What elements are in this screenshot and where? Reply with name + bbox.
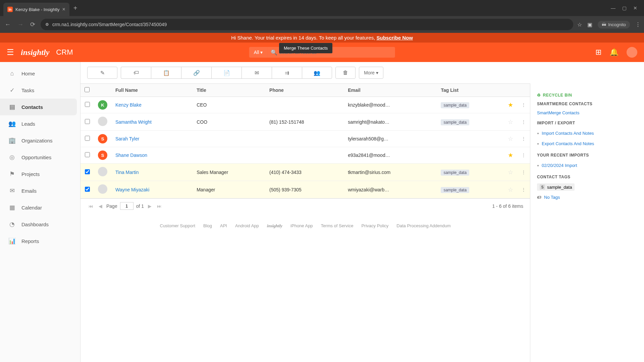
tag-filter[interactable]: S sample_data — [537, 183, 575, 191]
recent-import-link[interactable]: 02/20/2024 Import — [542, 162, 577, 169]
export-link[interactable]: Export Contacts And Notes — [542, 140, 594, 147]
star-icon[interactable]: ★ — [508, 152, 513, 159]
table-row[interactable]: Samantha Wright COO (81) 152-151748 samr… — [80, 113, 530, 131]
row-checkbox[interactable] — [85, 152, 90, 157]
footer-link[interactable]: Customer Support — [160, 223, 196, 228]
browser-menu-icon[interactable]: ⋮ — [635, 21, 641, 28]
file-button[interactable]: 📄 — [211, 67, 241, 79]
footer-link[interactable]: Blog — [203, 223, 212, 228]
page-input[interactable] — [120, 202, 133, 210]
smartmerge-link[interactable]: SmartMerge Contacts — [537, 109, 637, 117]
sidebar-item-opportunities[interactable]: ◎Opportunities — [0, 149, 80, 166]
table-row[interactable]: S Sarah Tyler tylersarah508@g… ☆ ⋮ — [80, 131, 530, 147]
star-icon[interactable]: ☆ — [508, 169, 513, 176]
column-header[interactable]: Title — [193, 84, 265, 97]
footer-link[interactable]: iPhone App — [290, 223, 313, 228]
row-checkbox[interactable] — [85, 169, 90, 174]
sidebar-item-calendar[interactable]: ▦Calendar — [0, 199, 80, 216]
close-window-button[interactable]: ✕ — [633, 5, 637, 11]
last-page-button[interactable]: ⏭ — [156, 203, 163, 209]
tag-chip[interactable]: sample_data — [441, 170, 469, 176]
menu-toggle-icon[interactable]: ☰ — [7, 48, 14, 57]
row-checkbox[interactable] — [85, 119, 90, 124]
bookmark-icon[interactable]: ☆ — [577, 21, 582, 28]
recycle-bin-link[interactable]: ♻ RECYCLE BIN — [537, 93, 637, 98]
delete-button[interactable]: 🗑 — [335, 67, 356, 79]
row-menu-icon[interactable]: ⋮ — [521, 170, 526, 175]
contact-name-link[interactable]: Shane Dawson — [115, 153, 147, 158]
subscribe-link[interactable]: Subscribe Now — [376, 35, 413, 41]
no-tags-link[interactable]: No Tags — [544, 193, 560, 201]
row-checkbox[interactable] — [85, 102, 90, 107]
prev-page-button[interactable]: ◀ — [97, 203, 104, 209]
footer-link[interactable]: Android App — [235, 223, 259, 228]
next-page-button[interactable]: ▶ — [147, 203, 153, 209]
tag-chip[interactable]: sample_data — [441, 119, 469, 125]
footer-link[interactable]: Terms of Service — [321, 223, 354, 228]
table-row[interactable]: Wayne Miyazaki Manager (505) 939-7305 wm… — [80, 181, 530, 198]
task-button[interactable]: 📋 — [151, 67, 181, 79]
new-tab-button[interactable]: + — [73, 4, 77, 12]
logo[interactable]: insightly — [21, 48, 49, 57]
merge-button[interactable]: ⇉ — [272, 67, 302, 79]
sidebar-item-leads[interactable]: 👥Leads — [0, 115, 80, 132]
column-header[interactable]: Phone — [265, 84, 344, 97]
back-button[interactable]: ← — [3, 20, 12, 29]
sidebar-item-emails[interactable]: ✉Emails — [0, 182, 80, 199]
sidebar-item-reports[interactable]: 📊Reports — [0, 233, 80, 249]
row-menu-icon[interactable]: ⋮ — [521, 187, 526, 192]
first-page-button[interactable]: ⏮ — [87, 203, 95, 209]
row-checkbox[interactable] — [85, 136, 90, 141]
star-icon[interactable]: ☆ — [508, 186, 513, 193]
row-menu-icon[interactable]: ⋮ — [521, 119, 526, 125]
table-row[interactable]: K Kenzy Blake CEO knzyblake@mood… sample… — [80, 97, 530, 113]
tag-chip[interactable]: sample_data — [441, 102, 469, 108]
assign-button[interactable]: 👥 — [302, 67, 332, 79]
tag-chip[interactable]: sample_data — [441, 187, 469, 193]
email-button[interactable]: ✉ — [241, 67, 272, 79]
tab-close-icon[interactable]: × — [62, 6, 65, 12]
add-button[interactable]: ⊞ — [595, 48, 601, 57]
contact-name-link[interactable]: Kenzy Blake — [115, 102, 142, 108]
column-header[interactable]: Full Name — [111, 84, 193, 97]
panel-icon[interactable]: ▣ — [587, 21, 592, 28]
row-menu-icon[interactable]: ⋮ — [521, 136, 526, 141]
footer-link[interactable]: insightly — [267, 223, 282, 228]
contact-name-link[interactable]: Tina Martin — [115, 170, 139, 175]
search-scope-dropdown[interactable]: All ▾ — [249, 47, 268, 58]
reload-button[interactable]: ⟳ — [29, 19, 37, 29]
table-row[interactable]: S Shane Dawson e93a2841@mood… ★ ⋮ — [80, 147, 530, 164]
sidebar-item-organizations[interactable]: 🏢Organizations — [0, 132, 80, 149]
maximize-button[interactable]: ▢ — [622, 5, 627, 11]
star-icon[interactable]: ☆ — [508, 135, 513, 142]
star-icon[interactable]: ★ — [508, 102, 513, 108]
column-header[interactable]: Tag List — [437, 84, 504, 97]
footer-link[interactable]: Privacy Policy — [361, 223, 388, 228]
sidebar-item-tasks[interactable]: ✓Tasks — [0, 82, 80, 99]
column-header[interactable]: Email — [344, 84, 437, 97]
tag-button[interactable]: 🏷 — [121, 67, 151, 79]
sidebar-item-projects[interactable]: ⚑Projects — [0, 166, 80, 182]
import-link[interactable]: Import Contacts And Notes — [542, 129, 594, 137]
contact-name-link[interactable]: Samantha Wright — [115, 119, 152, 125]
minimize-button[interactable]: — — [611, 5, 615, 11]
browser-tab[interactable]: in Kenzy Blake - Insightly × — [3, 3, 69, 16]
row-menu-icon[interactable]: ⋮ — [521, 153, 526, 158]
notifications-icon[interactable]: 🔔 — [609, 48, 619, 57]
contact-name-link[interactable]: Wayne Miyazaki — [115, 187, 149, 192]
site-settings-icon[interactable]: ⚙ — [45, 22, 49, 27]
more-button[interactable]: More ▾ — [359, 67, 383, 79]
forward-button[interactable]: → — [16, 20, 25, 29]
sidebar-item-dashboards[interactable]: ◔Dashboards — [0, 216, 80, 233]
row-checkbox[interactable] — [85, 187, 90, 192]
sidebar-item-home[interactable]: ⌂Home — [0, 65, 80, 82]
contact-name-link[interactable]: Sarah Tyler — [115, 136, 139, 141]
footer-link[interactable]: Data Processing Addendum — [396, 223, 450, 228]
select-all-checkbox[interactable] — [85, 87, 90, 92]
link-button[interactable]: 🔗 — [181, 67, 211, 79]
address-bar[interactable]: ⚙ crm.na1.insightly.com/SmartMerge/Conta… — [41, 19, 573, 30]
footer-link[interactable]: API — [220, 223, 227, 228]
edit-button[interactable]: ✎ — [87, 67, 117, 79]
user-avatar[interactable] — [627, 47, 637, 58]
star-icon[interactable]: ☆ — [508, 119, 513, 125]
